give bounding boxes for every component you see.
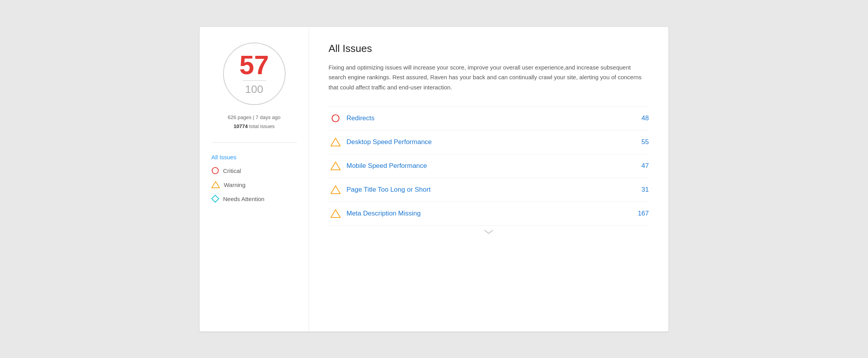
svg-marker-2 (212, 195, 219, 202)
nav-list: All Issues Critical Warning Needs Attent… (211, 151, 297, 206)
meta-info: 626 pages | 7 days ago 10774 total issue… (228, 113, 280, 131)
bottom-indicator (329, 226, 649, 234)
issue-count-redirects: 48 (625, 114, 649, 122)
issue-count-page-title: 31 (625, 186, 649, 194)
main-content: All Issues Fixing and optimizing issues … (309, 27, 668, 331)
svg-marker-1 (212, 182, 220, 188)
svg-point-3 (332, 115, 339, 122)
critical-icon (211, 167, 219, 175)
score-circle: 57 100 (223, 43, 286, 105)
issue-label-mobile-speed[interactable]: Mobile Speed Performance (343, 162, 625, 170)
issue-row-meta-desc[interactable]: Meta Description Missing 167 (329, 202, 649, 226)
warning-triangle-icon-meta (330, 209, 341, 218)
issue-icon-mobile-speed (329, 161, 343, 171)
warning-icon (211, 181, 220, 189)
svg-point-0 (212, 167, 218, 174)
issue-row-mobile-speed[interactable]: Mobile Speed Performance 47 (329, 154, 649, 178)
nav-critical-label: Critical (223, 167, 241, 174)
nav-needs-attention[interactable]: Needs Attention (211, 192, 297, 206)
issue-count-meta-desc: 167 (625, 210, 649, 217)
issue-row-redirects[interactable]: Redirects 48 (329, 106, 649, 130)
nav-critical[interactable]: Critical (211, 164, 297, 178)
svg-marker-4 (331, 138, 340, 146)
issue-label-redirects[interactable]: Redirects (343, 114, 625, 122)
nav-needs-attention-label: Needs Attention (223, 196, 264, 202)
issue-row-page-title[interactable]: Page Title Too Long or Short 31 (329, 178, 649, 202)
score-total: 100 (245, 83, 263, 96)
main-title: All Issues (329, 43, 649, 55)
issue-label-desktop-speed[interactable]: Desktop Speed Performance (343, 138, 625, 146)
meta-separator: | (252, 114, 256, 120)
sidebar-divider (211, 142, 297, 143)
meta-days: 7 days ago (255, 114, 280, 120)
svg-marker-7 (331, 210, 340, 217)
warning-triangle-icon-title (330, 185, 341, 194)
issue-count-desktop-speed: 55 (625, 138, 649, 146)
issue-row-desktop-speed[interactable]: Desktop Speed Performance 55 (329, 130, 649, 154)
issues-list: Redirects 48 Desktop Speed Performance 5… (329, 106, 649, 226)
issue-label-page-title[interactable]: Page Title Too Long or Short (343, 186, 625, 194)
nav-warning-label: Warning (224, 182, 245, 188)
issue-label-meta-desc[interactable]: Meta Description Missing (343, 210, 625, 217)
issue-icon-desktop-speed (329, 137, 343, 147)
svg-marker-6 (331, 186, 340, 194)
sidebar: 57 100 626 pages | 7 days ago 10774 tota… (200, 27, 309, 331)
issue-icon-meta-desc (329, 209, 343, 218)
meta-issues-label: total issues (248, 123, 275, 129)
meta-pages: 626 pages (228, 114, 252, 120)
score-divider (243, 80, 266, 81)
main-card: 57 100 626 pages | 7 days ago 10774 tota… (200, 27, 668, 331)
issue-count-mobile-speed: 47 (625, 162, 649, 170)
warning-triangle-icon-mobile (330, 161, 341, 171)
issue-icon-page-title (329, 185, 343, 194)
issue-icon-redirects (329, 114, 343, 123)
score-value: 57 (239, 52, 269, 78)
description: Fixing and optimizing issues will increa… (329, 62, 649, 93)
nav-all-issues-label: All Issues (211, 154, 236, 160)
nav-all-issues[interactable]: All Issues (211, 151, 297, 164)
warning-triangle-icon-desktop (330, 137, 341, 147)
chevron-down-icon (484, 230, 493, 234)
needs-attention-icon (211, 195, 219, 203)
meta-issues-count: 10774 (234, 123, 248, 129)
svg-marker-5 (331, 162, 340, 170)
critical-circle-icon (331, 114, 340, 123)
nav-warning[interactable]: Warning (211, 178, 297, 192)
